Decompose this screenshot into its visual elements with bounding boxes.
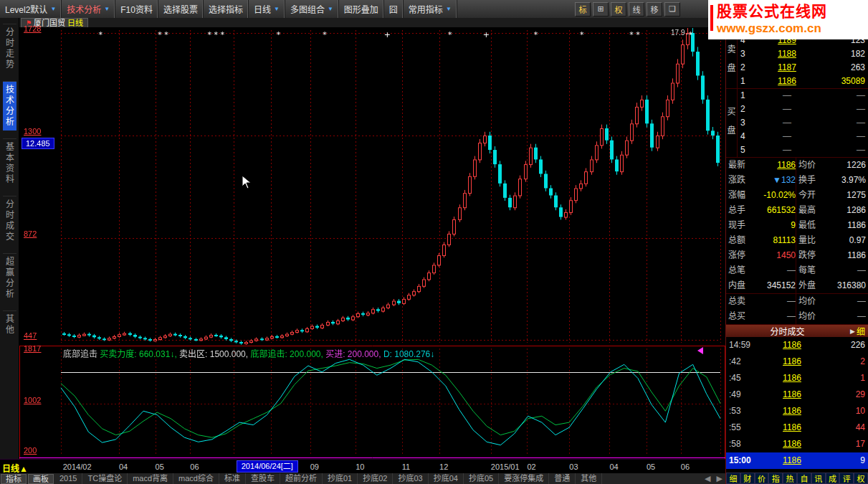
quote-value: 1450: [750, 248, 796, 263]
bottom-tab-5[interactable]: 标准: [219, 473, 246, 484]
trade-row[interactable]: :49118629: [726, 386, 868, 403]
bottom-tab-12[interactable]: 抄底05: [464, 473, 499, 484]
quote-value: 1186: [750, 158, 796, 173]
bottom-tab-6[interactable]: 查股车: [246, 473, 280, 484]
quote-pair: 均价—: [796, 294, 866, 309]
menu-item-8[interactable]: 图形叠加: [339, 0, 384, 18]
bottom-tab-15[interactable]: 其他: [576, 473, 602, 484]
trades-detail-link[interactable]: 细: [857, 325, 868, 337]
bottom-tab-1[interactable]: 2015: [54, 473, 82, 484]
quote-stats: 最新1186均价1226涨跌▼132换手3.97%涨幅-10.02%今开1275…: [726, 158, 868, 325]
watermark-url: www.gszx.com.cn: [717, 21, 868, 36]
menu-item-9[interactable]: 囧: [384, 0, 404, 18]
menu-item-label: 图形叠加: [344, 3, 378, 15]
timeline-label: 06: [190, 462, 199, 471]
panel-tab-10[interactable]: 权: [854, 473, 868, 484]
main-axis-label: 447: [24, 331, 37, 340]
menu-item-5[interactable]: 选择指标: [204, 0, 249, 18]
order-book-row-buy[interactable]: 1——: [738, 89, 868, 103]
bottom-left-tab-2[interactable]: 画板: [28, 474, 54, 484]
quote-label: 总手: [728, 203, 750, 218]
order-book-row-buy[interactable]: 4——: [738, 130, 868, 143]
panel-tab-9[interactable]: 评: [839, 473, 854, 484]
menu-item-3[interactable]: F10资料: [115, 0, 158, 18]
sidebar-tab-3[interactable]: 基本资料: [3, 138, 16, 188]
bottom-left-tab-1[interactable]: 指标: [1, 474, 27, 484]
order-book-row-buy[interactable]: 2——: [738, 103, 868, 116]
pane-splitter-icon[interactable]: [697, 347, 703, 354]
trade-row[interactable]: :4211862: [726, 353, 868, 370]
menu-item-2[interactable]: 技术分析▼: [62, 0, 115, 18]
menu-item-6[interactable]: 日线▼: [249, 0, 285, 18]
panel-tab-4[interactable]: 指: [768, 473, 783, 484]
sidebar-tab-4[interactable]: 分时成交: [3, 196, 16, 245]
order-volume: —: [824, 116, 865, 130]
selected-date-box[interactable]: 2014/06/24[二]: [237, 460, 298, 473]
trade-row[interactable]: :55118644: [726, 419, 868, 436]
trade-row[interactable]: :53118610: [726, 403, 868, 419]
order-volume: 182: [824, 47, 865, 61]
panel-tab-2[interactable]: 财: [740, 473, 755, 484]
bottom-tab-3[interactable]: macd背离: [128, 473, 173, 484]
trade-time: 15:00: [729, 452, 758, 469]
panel-tab-8[interactable]: 成: [826, 473, 840, 484]
order-book-row-buy[interactable]: 3——: [738, 116, 868, 130]
bottom-tab-13[interactable]: 要涨停集成: [499, 473, 549, 484]
sidebar-tab-5[interactable]: 超赢分析: [3, 253, 16, 303]
bottom-tab-10[interactable]: 抄底03: [393, 473, 428, 484]
candlestick-chart[interactable]: [19, 27, 725, 346]
quote-pair: 最低1186: [796, 218, 866, 233]
toolbar-button-5[interactable]: 移: [647, 2, 662, 16]
toolbar-button-3[interactable]: 权: [611, 2, 626, 16]
trade-row[interactable]: 14:591186226: [726, 337, 868, 353]
bottom-tab-4[interactable]: macd综合: [173, 473, 219, 484]
menu-item-4[interactable]: 选择股票: [158, 0, 204, 18]
order-level: 1: [740, 75, 750, 88]
period-badge[interactable]: 日线▲: [2, 462, 28, 474]
trade-row[interactable]: 15:0011869: [726, 452, 868, 469]
bottom-nav-arrow-icon[interactable]: ◀: [702, 474, 713, 483]
order-book-row-sell[interactable]: 31188182: [738, 47, 868, 61]
menu-item-10[interactable]: 常用指标▼: [404, 0, 457, 18]
panel-tab-7[interactable]: 讯: [811, 473, 826, 484]
bottom-tab-11[interactable]: 抄底04: [429, 473, 464, 484]
order-book-row-buy[interactable]: 5——: [738, 143, 868, 157]
bottom-tab-8[interactable]: 抄底01: [323, 473, 358, 484]
timeline-label: 2014/02: [63, 462, 92, 471]
indicator-chart[interactable]: [19, 346, 725, 459]
panel-tab-1[interactable]: 细: [726, 473, 740, 484]
trade-price: 1186: [758, 337, 826, 353]
bottom-tab-2[interactable]: TC操盘论: [82, 473, 128, 484]
bottom-nav-arrow-icon[interactable]: ▶: [714, 474, 725, 483]
quote-pair: 现手9: [728, 218, 796, 233]
quote-row: 最新1186均价1226: [726, 158, 868, 173]
toolbar-button-4[interactable]: 线: [629, 2, 644, 16]
trades-header[interactable]: 分时成交 ▶ 细: [726, 325, 868, 337]
trade-row[interactable]: :58118617: [726, 436, 868, 452]
bottom-tab-7[interactable]: 超前分析: [280, 473, 323, 484]
menu-items: Level2默认▼技术分析▼F10资料选择股票选择指标日线▼多图组合▼图形叠加囧…: [0, 0, 457, 18]
toolbar-button-1[interactable]: 标: [575, 2, 591, 16]
bottom-tab-14[interactable]: 普通: [549, 473, 576, 484]
trade-volume: 10: [826, 403, 865, 419]
toolbar-button-2[interactable]: ⊞: [593, 2, 609, 16]
sidebar-tab-2[interactable]: 技术分析: [3, 81, 16, 131]
panel-tab-6[interactable]: 自: [797, 473, 811, 484]
menu-item-7[interactable]: 多图组合▼: [285, 0, 339, 18]
menu-item-1[interactable]: Level2默认▼: [0, 0, 62, 18]
trade-row[interactable]: :4511861: [726, 370, 868, 386]
indicator-header: 底部追击 买卖力度: 660.031↓, 卖出区: 1500.000, 底部追击…: [63, 347, 434, 359]
peak-price-label: 17.9←: [671, 29, 692, 37]
bottom-tab-9[interactable]: 抄底02: [358, 473, 393, 484]
toolbar-button-6[interactable]: ❏: [664, 2, 680, 16]
indicator-header-part: 底部追击: [63, 349, 100, 359]
order-book-row-sell[interactable]: 21187263: [738, 61, 868, 75]
trade-price: 1186: [758, 436, 826, 452]
panel-tab-3[interactable]: 价: [755, 473, 769, 484]
sell-side-label: 卖盘: [726, 34, 738, 88]
sidebar-tab-6[interactable]: 其他: [3, 310, 16, 338]
order-book-row-sell[interactable]: 1118635089: [738, 75, 868, 88]
sidebar-tab-1[interactable]: 分时走势: [3, 24, 16, 73]
panel-tab-5[interactable]: 热: [783, 473, 797, 484]
expand-arrow-icon[interactable]: ▶: [849, 328, 857, 335]
